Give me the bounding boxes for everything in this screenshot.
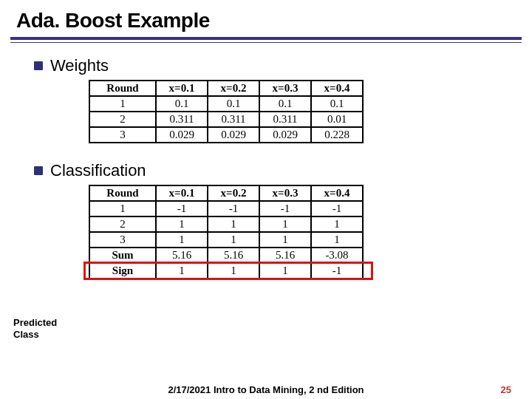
- cell: 5.16: [208, 248, 259, 263]
- bullet-classification-label: Classification: [50, 161, 146, 180]
- cell: 0.029: [156, 127, 208, 143]
- classification-table-wrap: Round x=0.1 x=0.2 x=0.3 x=0.4 1 -1 -1 -1…: [89, 185, 532, 279]
- cell: 0.1: [208, 96, 259, 112]
- cell: 1: [208, 216, 259, 232]
- cell: 1: [156, 263, 208, 279]
- cell: 1: [208, 232, 259, 248]
- cell: 1: [89, 201, 156, 216]
- col-x02: x=0.2: [208, 185, 259, 201]
- cell: 0.029: [259, 127, 311, 143]
- bullet-icon: [34, 61, 43, 70]
- cell: 1: [208, 263, 259, 279]
- bullet-weights-label: Weights: [50, 56, 109, 75]
- cell: 0.311: [156, 112, 208, 127]
- cell: 1: [311, 216, 363, 232]
- bullet-weights: Weights: [34, 56, 532, 75]
- cell: -3.08: [311, 248, 363, 263]
- table-sum-row: Sum 5.16 5.16 5.16 -3.08: [89, 248, 363, 263]
- classification-table: Round x=0.1 x=0.2 x=0.3 x=0.4 1 -1 -1 -1…: [89, 185, 364, 279]
- slide-title: Ada. Boost Example: [0, 0, 532, 37]
- title-subrule: [10, 42, 522, 43]
- cell: 1: [89, 96, 156, 112]
- weights-table-wrap: Round x=0.1 x=0.2 x=0.3 x=0.4 1 0.1 0.1 …: [89, 80, 532, 143]
- col-x01: x=0.1: [156, 185, 208, 201]
- table-row: 1 -1 -1 -1 -1: [89, 201, 363, 216]
- table-row: 1 0.1 0.1 0.1 0.1: [89, 96, 363, 112]
- cell: -1: [208, 201, 259, 216]
- col-x03: x=0.3: [259, 81, 311, 96]
- cell: -1: [311, 201, 363, 216]
- footer-text: 2/17/2021 Intro to Data Mining, 2 nd Edi…: [168, 384, 364, 395]
- cell: 0.029: [208, 127, 259, 143]
- col-x01: x=0.1: [156, 81, 208, 96]
- cell: 0.01: [311, 112, 363, 127]
- sum-label: Sum: [89, 248, 156, 263]
- cell: 1: [259, 263, 311, 279]
- table-row: 3 0.029 0.029 0.029 0.228: [89, 127, 363, 143]
- cell: 5.16: [259, 248, 311, 263]
- table-row: 3 1 1 1 1: [89, 232, 363, 248]
- table-header-row: Round x=0.1 x=0.2 x=0.3 x=0.4: [89, 81, 363, 96]
- col-x04: x=0.4: [311, 185, 363, 201]
- cell: 2: [89, 216, 156, 232]
- cell: 1: [259, 216, 311, 232]
- cell: 0.228: [311, 127, 363, 143]
- table-row: 2 1 1 1 1: [89, 216, 363, 232]
- cell: 0.1: [259, 96, 311, 112]
- table-row: 2 0.311 0.311 0.311 0.01: [89, 112, 363, 127]
- table-header-row: Round x=0.1 x=0.2 x=0.3 x=0.4: [89, 185, 363, 201]
- cell: -1: [156, 201, 208, 216]
- cell: -1: [259, 201, 311, 216]
- page-number: 25: [501, 384, 511, 395]
- cell: -1: [311, 263, 363, 279]
- predicted-class-label: Predicted Class: [13, 317, 57, 340]
- table-sign-row: Sign 1 1 1 -1: [89, 263, 363, 279]
- cell: 2: [89, 112, 156, 127]
- col-x03: x=0.3: [259, 185, 311, 201]
- col-round: Round: [89, 81, 156, 96]
- sign-label: Sign: [89, 263, 156, 279]
- cell: 0.311: [208, 112, 259, 127]
- weights-table: Round x=0.1 x=0.2 x=0.3 x=0.4 1 0.1 0.1 …: [89, 80, 364, 143]
- predicted-l2: Class: [13, 329, 39, 340]
- bullet-classification: Classification: [34, 161, 532, 180]
- col-x02: x=0.2: [208, 81, 259, 96]
- cell: 5.16: [156, 248, 208, 263]
- cell: 3: [89, 232, 156, 248]
- bullet-icon: [34, 166, 43, 175]
- col-round: Round: [89, 185, 156, 201]
- title-rule: [10, 37, 522, 40]
- cell: 1: [311, 232, 363, 248]
- cell: 0.1: [311, 96, 363, 112]
- cell: 0.1: [156, 96, 208, 112]
- cell: 0.311: [259, 112, 311, 127]
- col-x04: x=0.4: [311, 81, 363, 96]
- cell: 1: [156, 232, 208, 248]
- cell: 1: [156, 216, 208, 232]
- cell: 3: [89, 127, 156, 143]
- predicted-l1: Predicted: [13, 317, 57, 328]
- cell: 1: [259, 232, 311, 248]
